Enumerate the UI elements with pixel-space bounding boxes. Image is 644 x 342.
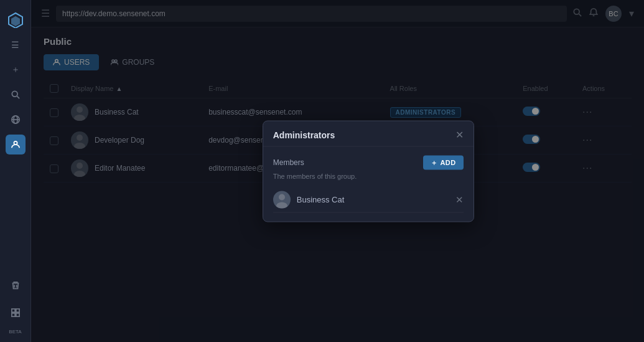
administrators-modal: Administrators ✕ Members ＋ ADD The membe… (263, 120, 474, 222)
svg-point-28 (279, 194, 285, 200)
beta-label: BETA (9, 329, 21, 335)
sidebar: ☰ ＋ (0, 0, 31, 342)
modal-close-button[interactable]: ✕ (455, 130, 464, 140)
add-member-button[interactable]: ＋ ADD (423, 155, 464, 169)
svg-rect-11 (16, 313, 19, 316)
svg-rect-9 (16, 309, 19, 312)
sidebar-trash-icon[interactable] (6, 275, 26, 295)
sidebar-grid-icon[interactable] (6, 303, 26, 323)
svg-rect-8 (11, 309, 14, 312)
members-list: Business Cat ✕ (273, 187, 464, 212)
member-name: Business Cat (297, 195, 449, 204)
member-remove-button[interactable]: ✕ (455, 194, 464, 205)
modal-body: Members ＋ ADD The members of this group.… (263, 146, 474, 221)
main-area: ☰ BC ▾ Public (31, 0, 644, 342)
sidebar-add-icon[interactable]: ＋ (6, 60, 26, 80)
modal-title: Administrators (273, 130, 335, 140)
sidebar-search-icon[interactable] (6, 85, 26, 105)
members-header: Members ＋ ADD (273, 155, 464, 169)
sidebar-bottom: BETA (6, 273, 26, 335)
svg-point-2 (12, 91, 17, 97)
svg-marker-1 (11, 16, 20, 26)
sidebar-menu-icon[interactable]: ☰ (6, 35, 26, 55)
sidebar-globe-icon[interactable] (6, 110, 26, 130)
member-avatar (273, 191, 291, 208)
logo[interactable] (6, 10, 26, 30)
sidebar-users-icon[interactable] (6, 135, 26, 154)
svg-line-3 (17, 96, 19, 98)
members-description: The members of this group. (273, 172, 464, 179)
modal-header: Administrators ✕ (263, 121, 474, 146)
member-row: Business Cat ✕ (273, 187, 464, 212)
members-label: Members (273, 158, 304, 167)
svg-rect-10 (11, 313, 14, 316)
add-icon: ＋ (431, 158, 438, 167)
